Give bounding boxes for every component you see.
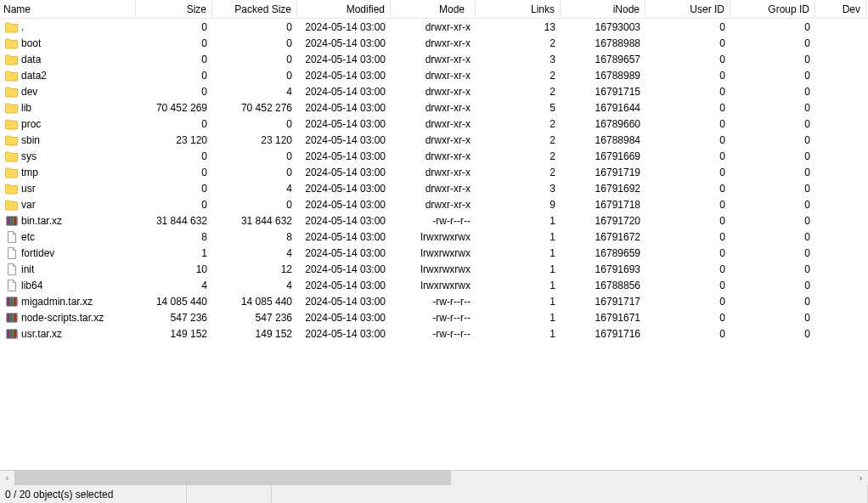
table-row[interactable]: tmp002024-05-14 03:00drwxr-xr-x216791719… (0, 164, 868, 180)
header-links[interactable]: Links (476, 1, 561, 18)
table-row[interactable]: proc002024-05-14 03:00drwxr-xr-x21678966… (0, 116, 868, 132)
table-row[interactable]: node-scripts.tar.xz547 236547 2362024-05… (0, 309, 868, 325)
userid-cell: 0 (645, 311, 730, 325)
groupid-cell: 0 (730, 69, 815, 82)
file-list[interactable]: .002024-05-14 03:00drwxr-xr-x13167930030… (0, 19, 868, 470)
name-cell[interactable]: migadmin.tar.xz (0, 294, 136, 309)
file-name: etc (21, 231, 35, 243)
header-packed-size[interactable]: Packed Size (212, 1, 297, 18)
scroll-thumb[interactable] (14, 471, 451, 485)
scroll-left-button[interactable]: ‹ (0, 471, 14, 485)
userid-cell: 0 (645, 263, 730, 276)
name-cell[interactable]: bin.tar.xz (0, 213, 136, 229)
header-userid[interactable]: User ID (645, 1, 730, 18)
folder-icon (5, 150, 19, 163)
table-row[interactable]: var002024-05-14 03:00drwxr-xr-x916791718… (0, 196, 868, 212)
folder-icon (5, 117, 19, 131)
mode-cell: drwxr-xr-x (391, 150, 476, 163)
size-cell: 0 (136, 20, 212, 34)
groupid-cell: 0 (730, 150, 815, 163)
links-cell: 1 (476, 311, 561, 325)
horizontal-scrollbar[interactable]: ‹ › (0, 470, 868, 484)
inode-cell: 16791717 (561, 295, 645, 308)
inode-cell: 16791671 (561, 311, 645, 325)
table-row[interactable]: bin.tar.xz31 844 63231 844 6322024-05-14… (0, 212, 868, 229)
groupid-cell: 0 (730, 101, 815, 115)
table-row[interactable]: sbin23 12023 1202024-05-14 03:00drwxr-xr… (0, 132, 868, 148)
name-cell[interactable]: sbin (0, 133, 136, 148)
links-cell: 1 (476, 279, 561, 292)
mode-cell: drwxr-xr-x (391, 20, 476, 34)
header-groupid[interactable]: Group ID (730, 1, 815, 18)
userid-cell: 0 (645, 85, 730, 99)
table-row[interactable]: migadmin.tar.xz14 085 44014 085 4402024-… (0, 293, 868, 309)
folder-icon (5, 182, 19, 195)
folder-icon (5, 37, 19, 50)
packed-cell: 0 (212, 150, 297, 163)
name-cell[interactable]: init (0, 262, 136, 277)
name-cell[interactable]: var (0, 197, 136, 212)
table-row[interactable]: usr042024-05-14 03:00drwxr-xr-x316791692… (0, 180, 868, 196)
name-cell[interactable]: lib (0, 100, 136, 116)
header-size[interactable]: Size (136, 1, 212, 18)
name-cell[interactable]: proc (0, 116, 136, 132)
header-name[interactable]: Name (0, 1, 136, 18)
inode-cell: 16791720 (561, 214, 645, 228)
file-name: init (21, 263, 34, 275)
header-mode[interactable]: Mode (391, 1, 476, 18)
userid-cell: 0 (645, 69, 730, 82)
table-row[interactable]: .002024-05-14 03:00drwxr-xr-x13167930030… (0, 19, 868, 35)
name-cell[interactable]: usr (0, 181, 136, 196)
userid-cell: 0 (645, 198, 730, 212)
size-cell: 31 844 632 (136, 214, 212, 228)
table-row[interactable]: sys002024-05-14 03:00drwxr-xr-x216791669… (0, 148, 868, 164)
mode-cell: -rw-r--r-- (391, 327, 476, 341)
table-row[interactable]: boot002024-05-14 03:00drwxr-xr-x21678898… (0, 35, 868, 51)
file-icon (5, 279, 19, 292)
links-cell: 2 (476, 133, 561, 147)
name-cell[interactable]: fortidev (0, 246, 136, 261)
table-row[interactable]: etc882024-05-14 03:00lrwxrwxrwx116791672… (0, 229, 868, 245)
scroll-right-button[interactable]: › (854, 471, 868, 485)
userid-cell: 0 (645, 37, 730, 50)
name-cell[interactable]: node-scripts.tar.xz (0, 310, 136, 325)
header-dev[interactable]: Dev (815, 1, 866, 18)
name-cell[interactable]: tmp (0, 165, 136, 180)
header-modified[interactable]: Modified (297, 1, 391, 18)
name-cell[interactable]: dev (0, 84, 136, 99)
name-cell[interactable]: data2 (0, 68, 136, 83)
name-cell[interactable]: data (0, 52, 136, 67)
name-cell[interactable]: etc (0, 229, 136, 245)
table-row[interactable]: fortidev142024-05-14 03:00lrwxrwxrwx1167… (0, 245, 868, 261)
inode-cell: 16791715 (561, 85, 645, 99)
header-inode[interactable]: iNode (561, 1, 645, 18)
name-cell[interactable]: lib64 (0, 278, 136, 293)
table-row[interactable]: data2002024-05-14 03:00drwxr-xr-x2167889… (0, 67, 868, 83)
file-name: fortidev (21, 247, 54, 259)
table-row[interactable]: lib70 452 26970 452 2762024-05-14 03:00d… (0, 99, 868, 116)
userid-cell: 0 (645, 214, 730, 228)
inode-cell: 16791672 (561, 230, 645, 244)
scroll-track[interactable] (14, 471, 854, 485)
packed-cell: 0 (212, 69, 297, 82)
name-cell[interactable]: . (0, 20, 136, 35)
mode-cell: -rw-r--r-- (391, 295, 476, 308)
name-cell[interactable]: usr.tar.xz (0, 326, 136, 342)
packed-cell: 23 120 (212, 133, 297, 147)
packed-cell: 149 152 (212, 327, 297, 341)
size-cell: 8 (136, 230, 212, 244)
groupid-cell: 0 (730, 327, 815, 341)
table-row[interactable]: lib64442024-05-14 03:00lrwxrwxrwx1167888… (0, 277, 868, 293)
size-cell: 14 085 440 (136, 295, 212, 308)
table-row[interactable]: usr.tar.xz149 152149 1522024-05-14 03:00… (0, 325, 868, 342)
table-row[interactable]: data002024-05-14 03:00drwxr-xr-x31678965… (0, 51, 868, 67)
name-cell[interactable]: sys (0, 149, 136, 164)
status-extra-2 (272, 485, 868, 503)
folder-icon (5, 166, 19, 179)
userid-cell: 0 (645, 133, 730, 147)
userid-cell: 0 (645, 166, 730, 179)
table-row[interactable]: init10122024-05-14 03:00lrwxrwxrwx116791… (0, 261, 868, 277)
name-cell[interactable]: boot (0, 36, 136, 51)
table-row[interactable]: dev042024-05-14 03:00drwxr-xr-x216791715… (0, 83, 868, 99)
size-cell: 0 (136, 150, 212, 163)
